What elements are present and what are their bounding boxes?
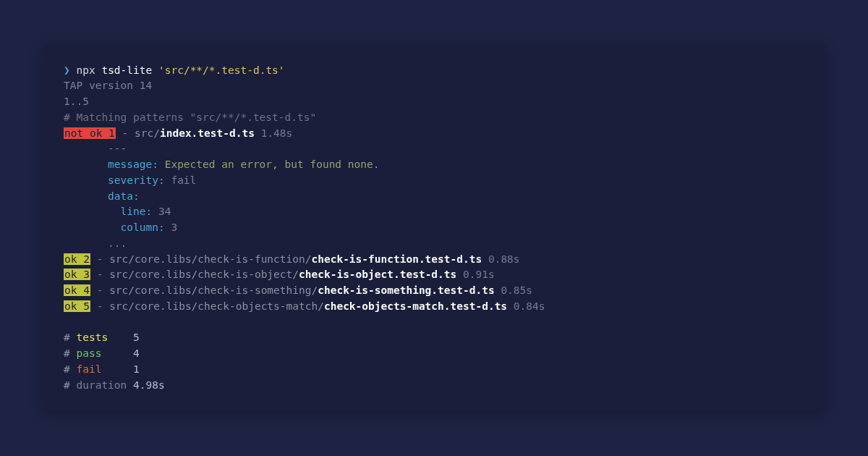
path-prefix: src/core.libs/check-is-something/ [109,284,318,296]
line-value: 34 [152,206,171,217]
summary-pass: # pass 4 [64,346,804,362]
separator: - [90,300,109,312]
timing: 0.84s [507,300,545,312]
timing: 0.88s [482,253,519,265]
duration-label: duration [76,379,127,391]
summary-duration: # duration 4.98s [64,378,804,394]
error-data: data: [64,189,804,205]
path-file: index.test-d.ts [160,127,255,139]
terminal-window[interactable]: ❯ npx tsd-lite 'src/**/*.test-d.ts' TAP … [43,46,825,411]
path-prefix: src/ [135,127,160,139]
pass-result-line: ok 2 - src/core.libs/check-is-function/c… [64,252,804,268]
timing: 1.48s [255,127,292,139]
hash: # [64,332,76,343]
yaml-dashes-bot: ... [64,236,804,252]
matching-comment: # Matching patterns "src/**/*.test-d.ts" [64,110,804,126]
pass-result-line: ok 4 - src/core.libs/check-is-something/… [64,283,804,299]
path-file: check-is-object.test-d.ts [299,269,456,280]
path-prefix: src/core.libs/check-is-object/ [109,269,299,280]
ok-badge: ok 4 [64,284,90,296]
pass-result-line: ok 3 - src/core.libs/check-is-object/che… [64,267,804,283]
pass-value: 4 [133,347,140,359]
separator: - [90,284,109,296]
hash: # [64,379,76,391]
spacer [127,379,133,391]
ok-badge: ok 5 [64,300,90,312]
duration-value: 4.98s [133,379,165,391]
path-file: check-is-function.test-d.ts [311,253,482,265]
message-value: Expected an error, but found none. [158,159,380,170]
fail-result-line: not ok 1 - src/index.test-d.ts 1.48s [64,126,804,142]
column-key: column: [121,221,165,233]
pass-label: pass [76,347,101,359]
message-key: message: [108,159,158,170]
yaml-dashes-top: --- [64,141,804,157]
line-key: line: [121,206,153,217]
not-ok-badge: not ok 1 [64,127,116,139]
error-column: column: 3 [64,220,804,236]
error-message: message: Expected an error, but found no… [64,157,804,173]
fail-value: 1 [133,363,140,375]
spacer [101,363,133,375]
data-key: data: [108,190,140,202]
tests-value: 5 [133,332,140,343]
path-file: check-is-something.test-d.ts [318,284,494,296]
spacer [101,347,133,359]
path-file: check-objects-match.test-d.ts [324,300,507,312]
prompt-char: ❯ [64,64,70,76]
cmd-bin: tsd-lite [101,64,152,76]
tap-version: TAP version 14 [64,78,804,94]
path-prefix: src/core.libs/check-objects-match/ [109,300,324,312]
severity-key: severity: [108,174,165,186]
cmd-arg: 'src/**/*.test-d.ts' [158,64,285,76]
blank-line [64,315,804,331]
hash: # [64,347,76,359]
ok-badge: ok 2 [64,253,90,265]
summary-fail: # fail 1 [64,362,804,378]
separator: - [90,269,109,280]
fail-label: fail [76,363,101,375]
error-severity: severity: fail [64,173,804,189]
separator: - [90,253,109,265]
spacer [108,332,133,343]
summary-tests: # tests 5 [64,330,804,346]
column-value: 3 [165,221,177,233]
tests-label: tests [76,332,108,343]
timing: 0.91s [456,269,494,280]
hash: # [64,363,76,375]
path-prefix: src/core.libs/check-is-function/ [109,253,311,265]
pass-result-line: ok 5 - src/core.libs/check-objects-match… [64,299,804,315]
tap-plan: 1..5 [64,94,804,110]
error-line: line: 34 [64,204,804,220]
command-line: ❯ npx tsd-lite 'src/**/*.test-d.ts' [64,63,804,79]
severity-value: fail [165,174,197,186]
ok-badge: ok 3 [64,269,90,280]
timing: 0.85s [495,284,532,296]
cmd-runner: npx [76,64,95,76]
separator: - [116,127,135,139]
